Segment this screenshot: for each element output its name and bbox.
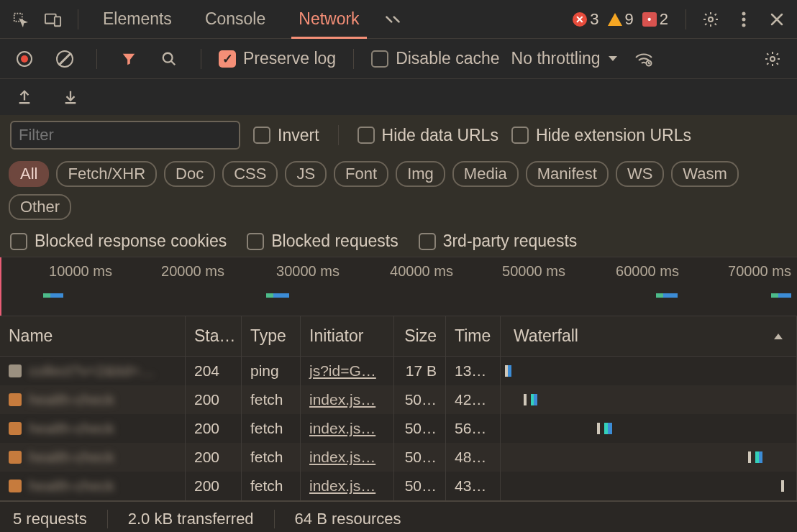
more-tabs-icon[interactable] [378,5,407,34]
inspect-element-icon[interactable] [6,5,35,34]
checkbox-icon [419,233,436,250]
tab-elements[interactable]: Elements [88,0,186,39]
type-fetch-xhr[interactable]: Fetch/XHR [56,161,157,187]
table-row[interactable]: collect?v=2&tid=… 204 ping js?id=G… 17 B… [0,357,797,385]
divider [78,9,78,29]
waterfall-cell [501,472,797,500]
hide-data-urls-toggle[interactable]: Hide data URLs [357,126,498,145]
third-party-toggle[interactable]: 3rd-party requests [419,231,578,251]
timeline-tick: 50000 ms [502,263,565,280]
col-type[interactable]: Type [242,316,301,356]
col-time[interactable]: Time [446,316,501,356]
svg-point-3 [709,17,713,22]
waterfall-cell [501,357,797,385]
sort-asc-icon [773,333,783,340]
type-ws[interactable]: WS [616,161,664,187]
blocked-requests-label: Blocked requests [271,231,398,251]
type-css[interactable]: CSS [222,161,278,187]
request-time: 48… [446,443,501,472]
type-other[interactable]: Other [9,194,71,220]
request-name: collect?v=2&tid=… [29,362,155,380]
export-har-icon[interactable] [10,83,39,111]
checkbox-icon [10,233,27,250]
col-name[interactable]: Name [0,316,186,356]
invert-toggle[interactable]: Invert [253,126,319,145]
divider [107,510,108,528]
warning-count[interactable]: 9 [608,10,634,29]
type-wasm[interactable]: Wasm [671,161,739,187]
svg-point-5 [742,17,746,21]
har-toolbar [0,79,797,115]
col-status[interactable]: Sta… [186,316,242,356]
svg-point-9 [770,57,775,61]
disable-cache-label: Disable cache [396,49,499,68]
request-time: 43… [446,472,501,500]
type-img[interactable]: Img [396,161,445,187]
svg-point-4 [742,12,746,15]
type-manifest[interactable]: Manifest [526,161,609,187]
resource-icon [9,364,22,377]
issue-count[interactable]: • 2 [642,10,668,29]
tab-console[interactable]: Console [191,0,280,39]
timeline-cursor [0,257,1,316]
timeline-bar [50,293,63,298]
warning-icon [608,13,622,26]
request-initiator[interactable]: js?id=G… [309,362,376,380]
clear-button[interactable] [50,45,79,73]
blocked-requests-toggle[interactable]: Blocked requests [247,231,398,251]
search-icon[interactable] [155,45,183,73]
tab-network[interactable]: Network [284,0,373,39]
col-size[interactable]: Size [394,316,446,356]
table-row[interactable]: health-check 200 fetch index.js… 50… 42… [0,385,797,414]
request-initiator[interactable]: index.js… [309,391,375,408]
preserve-log-toggle[interactable]: Preserve log [219,49,336,68]
type-media[interactable]: Media [452,161,519,187]
hide-extension-urls-toggle[interactable]: Hide extension URLs [511,126,691,145]
request-table-body: collect?v=2&tid=… 204 ping js?id=G… 17 B… [0,357,797,500]
type-font[interactable]: Font [334,161,388,187]
request-status: 200 [186,414,242,443]
waterfall-cell [501,443,797,472]
kebab-menu-icon[interactable] [729,5,758,34]
network-conditions-icon[interactable] [629,45,658,73]
waterfall-cell [501,414,797,443]
filter-icon[interactable] [114,45,143,73]
request-initiator[interactable]: index.js… [309,477,375,495]
checkbox-icon [247,233,264,250]
col-initiator[interactable]: Initiator [301,316,394,356]
blocked-cookies-toggle[interactable]: Blocked response cookies [10,231,227,251]
col-waterfall[interactable]: Waterfall [501,316,797,356]
preserve-log-label: Preserve log [243,49,336,68]
throttling-select[interactable]: No throttling [511,49,618,68]
request-initiator[interactable]: index.js… [309,449,375,466]
request-initiator[interactable]: index.js… [309,420,375,437]
table-row[interactable]: health-check 200 fetch index.js… 50… 48… [0,443,797,472]
disable-cache-toggle[interactable]: Disable cache [371,49,499,68]
status-badges: ✕ 3 9 • 2 [573,10,675,29]
timeline-overview[interactable]: 10000 ms 20000 ms 30000 ms 40000 ms 5000… [0,257,797,316]
filter-input[interactable] [10,121,240,150]
divider [686,9,686,29]
footer-resources: 64 B resources [295,510,401,528]
checkbox-icon [253,127,270,144]
network-settings-icon[interactable] [758,45,787,73]
table-row[interactable]: health-check 200 fetch index.js… 50… 56… [0,414,797,443]
request-status: 200 [186,385,242,414]
error-count[interactable]: ✕ 3 [573,10,598,29]
settings-icon[interactable] [696,5,725,34]
type-js[interactable]: JS [285,161,327,187]
close-icon[interactable] [762,5,791,34]
record-button[interactable] [10,45,39,73]
timeline-tick: 20000 ms [161,263,224,280]
hide-data-label: Hide data URLs [382,126,498,145]
request-status: 200 [186,472,242,500]
import-har-icon[interactable] [56,83,85,111]
type-doc[interactable]: Doc [164,161,215,187]
issue-count-value: 2 [660,10,668,29]
status-bar: 5 requests 2.0 kB transferred 64 B resou… [0,500,797,532]
chevron-down-icon [608,55,618,63]
network-toolbar: Preserve log Disable cache No throttling [0,39,797,79]
table-row[interactable]: health-check 200 fetch index.js… 50… 43… [0,472,797,500]
device-toolbar-icon[interactable] [39,5,68,34]
type-all[interactable]: All [9,161,49,187]
